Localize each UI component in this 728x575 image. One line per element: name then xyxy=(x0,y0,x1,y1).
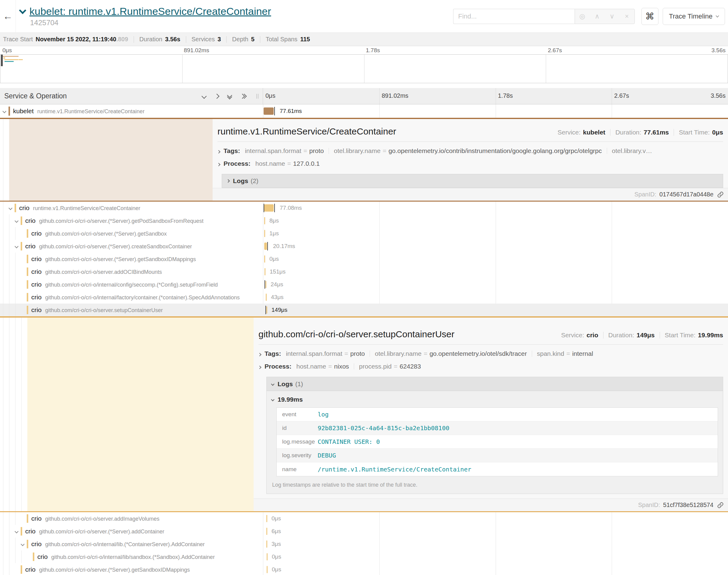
span-name-cell: crioruntime.v1.RuntimeService/CreateCont… xyxy=(0,202,263,214)
expand-all-icon[interactable] xyxy=(240,94,246,98)
indent-guide xyxy=(9,563,9,575)
chevron-down-icon xyxy=(716,14,719,17)
collapse-one-icon[interactable] xyxy=(202,94,206,98)
expand-one-icon[interactable] xyxy=(215,94,219,98)
indent-guide xyxy=(3,252,3,265)
span-labels: criogithub.com/cri-o/cri-o/internal/lib.… xyxy=(31,540,205,548)
span-row[interactable]: kubeletruntime.v1.RuntimeService/CreateC… xyxy=(0,104,728,118)
minimap-scrubber-handle[interactable] xyxy=(1,55,3,66)
log-timestamp-toggle[interactable]: 19.99ms xyxy=(271,396,718,403)
logs-count: (2) xyxy=(251,177,259,184)
logs-label: Logs xyxy=(277,380,293,388)
meta-label: Service: xyxy=(561,332,584,339)
find-next-icon[interactable]: ∨ xyxy=(605,9,620,24)
span-toggle-icon[interactable] xyxy=(15,218,18,224)
span-row[interactable]: criogithub.com/cri-o/cri-o/internal/fact… xyxy=(0,291,728,304)
find-prev-icon[interactable]: ∧ xyxy=(590,9,605,24)
summary-divider xyxy=(186,36,186,43)
span-row[interactable]: criogithub.com/cri-o/cri-o/server.(*Serv… xyxy=(0,214,728,227)
indent-guide xyxy=(9,291,9,304)
span-row[interactable]: criogithub.com/cri-o/cri-o/server.(*Serv… xyxy=(0,227,728,240)
indent-guide xyxy=(21,317,22,511)
indent-guide xyxy=(15,278,15,291)
find-focus-icon[interactable]: ◎ xyxy=(575,9,590,24)
operation-name: github.com/cri-o/cri-o/server.(*Server).… xyxy=(45,256,196,263)
trace-title-link[interactable]: kubelet: runtime.v1.RuntimeService/Creat… xyxy=(29,5,271,17)
minimap-canvas[interactable] xyxy=(0,54,728,83)
process-row[interactable]: Process:host.name=127.0.0.1 xyxy=(212,155,728,167)
process-row[interactable]: Process:host.name=nixosprocess.pid=62428… xyxy=(254,357,728,370)
service-operation-title: Service & Operation xyxy=(4,92,67,100)
span-row[interactable]: criogithub.com/cri-o/cri-o/server.addIma… xyxy=(0,512,728,525)
operation-name: github.com/cri-o/cri-o/internal/lib/sand… xyxy=(51,554,215,561)
span-detail-row: github.com/cri-o/cri-o/server.setupConta… xyxy=(0,316,728,512)
tags-row[interactable]: Tags:internal.span.format=protootel.libr… xyxy=(212,142,728,155)
summary-divider xyxy=(260,36,260,43)
span-row[interactable]: criogithub.com/cri-o/cri-o/internal/lib/… xyxy=(0,550,728,563)
span-duration-bar xyxy=(264,243,267,250)
span-link-icon[interactable] xyxy=(717,502,724,509)
span-toggle-icon[interactable] xyxy=(15,529,18,534)
span-labels: kubeletruntime.v1.RuntimeService/CreateC… xyxy=(13,107,144,115)
tag-equals: = xyxy=(303,147,307,155)
service-name: kubelet xyxy=(13,107,34,115)
span-row[interactable]: criogithub.com/cri-o/cri-o/internal/lib.… xyxy=(0,538,728,550)
span-toggle-icon[interactable] xyxy=(9,205,12,211)
collapse-trace-icon[interactable] xyxy=(19,7,26,14)
span-row[interactable]: criogithub.com/cri-o/cri-o/server.setupC… xyxy=(0,304,728,316)
span-duration-label: 149μs xyxy=(271,307,287,313)
service-color-bar xyxy=(21,242,22,250)
minimap-gap xyxy=(0,83,728,88)
summary-value: 3.56s xyxy=(165,36,180,43)
service-name: crio xyxy=(31,540,42,548)
logs-toggle[interactable]: Logs(1) xyxy=(267,377,723,391)
log-field-key: name xyxy=(277,466,318,473)
service-color-bar xyxy=(27,280,28,289)
meta-value: 0μs xyxy=(712,129,723,136)
find-input[interactable] xyxy=(453,9,575,24)
tag-key: internal.span.format xyxy=(245,147,301,155)
span-row[interactable]: criogithub.com/cri-o/cri-o/server.(*Serv… xyxy=(0,525,728,538)
indent-guide xyxy=(3,317,3,511)
span-row[interactable]: criogithub.com/cri-o/cri-o/server.addOCI… xyxy=(0,265,728,278)
find-clear-icon[interactable]: × xyxy=(620,9,634,24)
span-detail-meta: Service:crioDuration:149μsStart Time:19.… xyxy=(561,332,723,339)
span-toggle-icon[interactable] xyxy=(21,541,24,547)
span-link-icon[interactable] xyxy=(717,191,724,198)
span-timeline-cell: 6μs xyxy=(263,525,728,538)
tag-pair: internal.span.format=proto xyxy=(286,350,365,357)
indent-guide xyxy=(15,512,15,525)
indent-guide xyxy=(9,538,9,550)
span-row[interactable]: criogithub.com/cri-o/cri-o/server.(*Serv… xyxy=(0,252,728,265)
indent-guide xyxy=(9,227,9,240)
tag-value: internal xyxy=(572,350,593,357)
span-timeline-cell: 149μs xyxy=(263,304,728,316)
trace-view-selector[interactable]: Trace Timeline xyxy=(663,8,725,25)
span-row[interactable]: criogithub.com/cri-o/cri-o/server.(*Serv… xyxy=(0,240,728,252)
span-row[interactable]: criogithub.com/cri-o/cri-o/server.(*Serv… xyxy=(0,563,728,575)
keyboard-shortcuts-button[interactable]: ⌘ xyxy=(641,8,658,25)
operation-name: github.com/cri-o/cri-o/server.addImageVo… xyxy=(45,516,160,522)
summary-item: Depth5 xyxy=(232,36,255,43)
span-detail-header: github.com/cri-o/cri-o/server.setupConta… xyxy=(254,317,728,339)
tags-row[interactable]: Tags:internal.span.format=protootel.libr… xyxy=(254,345,728,357)
span-id-value: 51cf7f38e5128574 xyxy=(663,502,714,509)
span-duration-bar xyxy=(264,230,265,237)
log-field-key: event xyxy=(277,411,318,418)
span-name-cell: criogithub.com/cri-o/cri-o/server.addIma… xyxy=(0,512,263,525)
minimap-tick-label: 1.78s xyxy=(366,47,380,54)
service-name: crio xyxy=(31,255,42,263)
logs-toggle[interactable]: Logs(2) xyxy=(222,174,723,188)
back-button[interactable]: ← xyxy=(0,0,16,32)
span-duration-label: 3μs xyxy=(271,541,281,547)
span-row[interactable]: crioruntime.v1.RuntimeService/CreateCont… xyxy=(0,202,728,214)
meta-value: 149μs xyxy=(637,332,655,339)
span-row[interactable]: criogithub.com/cri-o/cri-o/internal/conf… xyxy=(0,278,728,291)
column-resize-handle[interactable] xyxy=(256,94,259,99)
trace-view-label: Trace Timeline xyxy=(669,12,713,20)
span-toggle-icon[interactable] xyxy=(15,243,18,249)
log-field-row: log.severityDEBUG xyxy=(277,449,718,462)
tag-equals: = xyxy=(287,160,291,167)
span-toggle-icon[interactable] xyxy=(3,108,6,114)
collapse-all-icon[interactable] xyxy=(228,94,231,99)
